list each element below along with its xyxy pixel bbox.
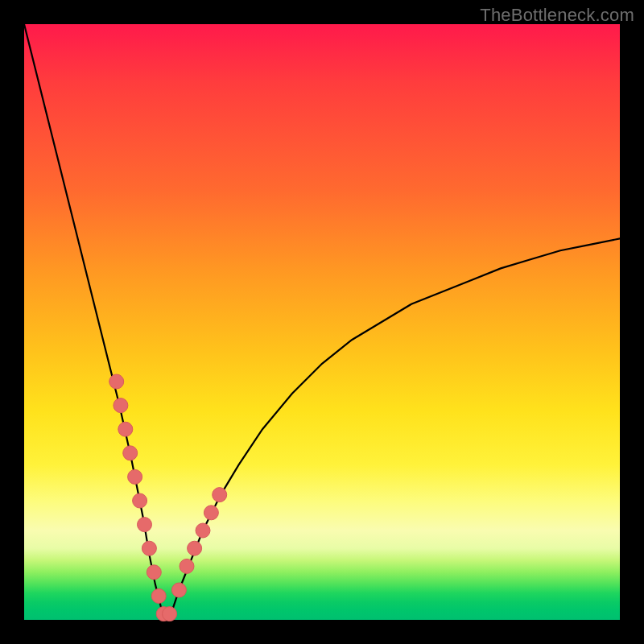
curve-layer: [24, 24, 620, 620]
data-marker: [147, 565, 161, 580]
data-marker: [151, 588, 166, 603]
data-marker: [213, 488, 227, 502]
data-marker: [128, 469, 142, 484]
data-marker: [114, 398, 128, 413]
data-marker: [118, 422, 133, 436]
marker-group: [109, 374, 227, 621]
chart-frame: TheBottleneck.com: [0, 0, 644, 644]
bottleneck-curve: [24, 24, 620, 620]
data-marker: [180, 559, 194, 573]
data-marker: [163, 607, 177, 621]
data-marker: [188, 541, 202, 555]
data-marker: [204, 506, 218, 520]
data-marker: [109, 374, 124, 389]
data-marker: [196, 523, 210, 538]
data-marker: [171, 583, 186, 597]
data-marker: [142, 541, 156, 555]
data-marker: [133, 493, 147, 508]
data-marker: [138, 518, 152, 532]
plot-area: [24, 24, 620, 620]
watermark-text: TheBottleneck.com: [480, 5, 634, 26]
data-marker: [123, 446, 138, 460]
